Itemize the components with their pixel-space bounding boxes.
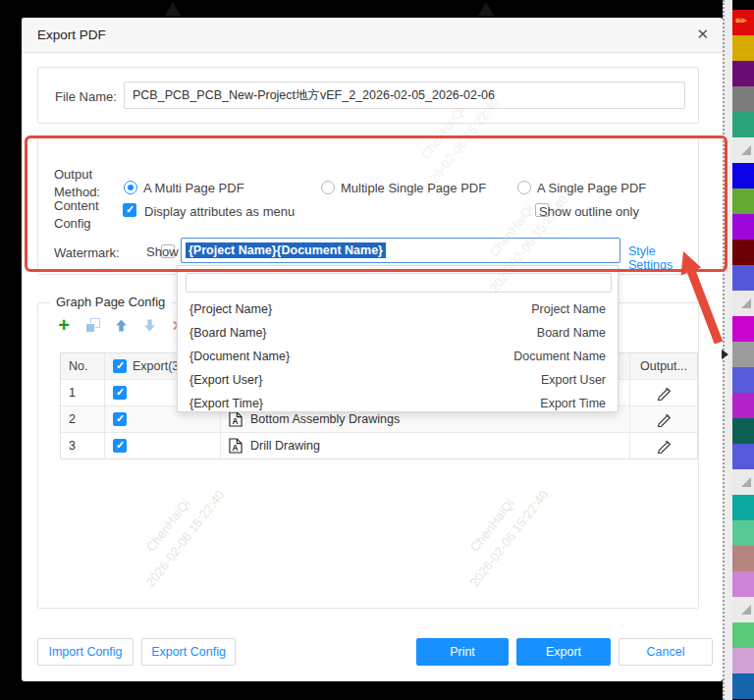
palette-resize-handle[interactable] [732, 597, 754, 622]
color-swatch[interactable] [732, 520, 754, 546]
svg-text:A: A [233, 443, 239, 453]
variable-name: Document Name [513, 350, 606, 363]
variable-option[interactable]: {Project Name}Project Name [178, 297, 618, 321]
pencil-icon: ✏ [735, 13, 747, 28]
style-settings-link[interactable]: Style Settings [628, 244, 698, 272]
radio-multi-page-pdf-label[interactable]: A Multi Page PDF [143, 180, 244, 197]
variable-option[interactable]: {Export User}Export User [178, 368, 618, 392]
select-all-checkbox[interactable] [113, 359, 127, 373]
file-name-value: PCB_PCB_PCB_New-Project地方vEF_2_2026-02-0… [133, 87, 495, 104]
color-swatch[interactable] [732, 188, 754, 214]
import-config-button[interactable]: Import Config [37, 638, 134, 666]
color-swatch[interactable] [732, 265, 754, 291]
color-swatch[interactable] [732, 342, 754, 367]
color-swatch[interactable] [732, 495, 754, 520]
row-export-checkbox[interactable] [113, 386, 127, 400]
display-attributes-checkbox[interactable] [123, 203, 136, 217]
screen: Export PDF ✕ File Name: PCB_PCB_PCB_New-… [0, 0, 754, 700]
radio-multiple-single-page-pdf[interactable] [321, 181, 335, 194]
watermark-label: Watermark: [54, 244, 120, 262]
row-document-cell: ADrill Drawing [221, 433, 630, 458]
output-method-label: Output Method: [54, 166, 115, 200]
print-button[interactable]: Print [416, 638, 509, 666]
edit-output-button[interactable] [630, 433, 697, 458]
edit-output-button[interactable] [630, 406, 697, 432]
add-page-button[interactable]: + [54, 315, 74, 335]
cancel-button[interactable]: Cancel [619, 638, 713, 666]
edit-output-button[interactable] [630, 380, 697, 405]
file-name-group: File Name: PCB_PCB_PCB_New-Project地方vEF_… [37, 67, 699, 124]
radio-multiple-single-page-pdf-label[interactable]: Multiple Single Page PDF [341, 180, 486, 197]
color-swatch[interactable] [732, 444, 754, 469]
variable-token: {Export Time} [189, 397, 263, 410]
variable-option[interactable]: {Board Name}Board Name [178, 321, 618, 345]
move-up-button[interactable] [111, 315, 131, 335]
color-swatch[interactable] [732, 673, 754, 699]
color-swatch[interactable] [732, 571, 754, 597]
file-name-input[interactable]: PCB_PCB_PCB_New-Project地方vEF_2_2026-02-0… [124, 81, 685, 109]
watermark-show-label[interactable]: Show [146, 243, 179, 261]
arrow-down-icon [142, 318, 157, 333]
document-name: Drill Drawing [250, 439, 320, 453]
color-swatch[interactable] [732, 61, 754, 86]
color-swatch[interactable] [732, 86, 754, 112]
row-export-checkbox[interactable] [113, 412, 127, 426]
export-pdf-dialog: Export PDF ✕ File Name: PCB_PCB_PCB_New-… [22, 18, 723, 681]
color-swatch[interactable] [732, 622, 754, 648]
color-swatch[interactable] [732, 367, 754, 393]
variable-token: {Export User} [189, 373, 262, 387]
radio-multi-page-pdf[interactable] [124, 181, 137, 194]
variable-option[interactable]: {Export Time}Export Time [178, 392, 618, 415]
dialog-titlebar: Export PDF ✕ [22, 18, 723, 53]
color-swatch[interactable] [732, 418, 754, 444]
color-swatch[interactable]: ✏ [732, 10, 754, 35]
display-attributes-label[interactable]: Display attributes as menu [144, 203, 295, 221]
color-swatch[interactable] [732, 35, 754, 61]
variable-name: Export Time [540, 397, 606, 410]
radio-single-page-pdf-label[interactable]: A Single Page PDF [537, 180, 646, 197]
background-glyph [165, 2, 181, 16]
close-icon[interactable]: ✕ [696, 27, 709, 41]
color-swatch[interactable] [732, 546, 754, 571]
row-number: 2 [61, 406, 105, 432]
variable-token: {Project Name} [189, 302, 272, 316]
svg-text:A: A [233, 416, 239, 426]
show-outline-label[interactable]: Show outline only [539, 203, 639, 221]
variable-name: Board Name [537, 326, 606, 340]
export-config-button[interactable]: Export Config [141, 638, 236, 666]
panel-arrow-marker [722, 350, 728, 359]
color-swatch[interactable] [732, 112, 754, 137]
palette-resize-handle[interactable] [732, 137, 754, 163]
copy-page-button[interactable] [82, 315, 102, 335]
row-export-cell [105, 433, 221, 458]
color-swatch[interactable] [732, 240, 754, 265]
graph-page-toolbar: + ✕ [54, 315, 188, 335]
palette-resize-handle[interactable] [732, 469, 754, 495]
variable-name: Export User [541, 373, 606, 387]
variable-token: {Board Name} [189, 326, 267, 340]
palette-resize-handle[interactable] [732, 291, 754, 316]
color-swatch[interactable] [732, 163, 754, 188]
color-swatch[interactable] [732, 316, 754, 342]
copy-icon [85, 318, 100, 333]
radio-single-page-pdf[interactable] [517, 181, 531, 194]
variable-option[interactable]: {Document Name}Document Name [178, 345, 618, 368]
arrow-up-icon [114, 318, 129, 333]
background-glyph [478, 2, 494, 16]
color-swatch[interactable] [732, 393, 754, 418]
color-swatch[interactable] [732, 214, 754, 240]
header-output: Output... [630, 353, 697, 379]
triangle-icon [741, 477, 751, 487]
export-options-group: Output Method: A Multi Page PDF Multiple… [37, 135, 699, 275]
move-down-button[interactable] [139, 315, 159, 335]
plus-icon: + [58, 315, 70, 335]
variable-name: Project Name [531, 302, 606, 316]
color-palette: ✏ [732, 10, 754, 699]
row-export-checkbox[interactable] [113, 439, 127, 453]
export-button[interactable]: Export [516, 638, 611, 666]
color-swatch[interactable] [732, 648, 754, 673]
variable-token: {Document Name} [189, 350, 290, 363]
watermark-text-input[interactable]: {Project Name}{Document Name} [181, 238, 620, 263]
triangle-icon [741, 605, 751, 615]
dropdown-filter-input[interactable] [186, 273, 612, 293]
